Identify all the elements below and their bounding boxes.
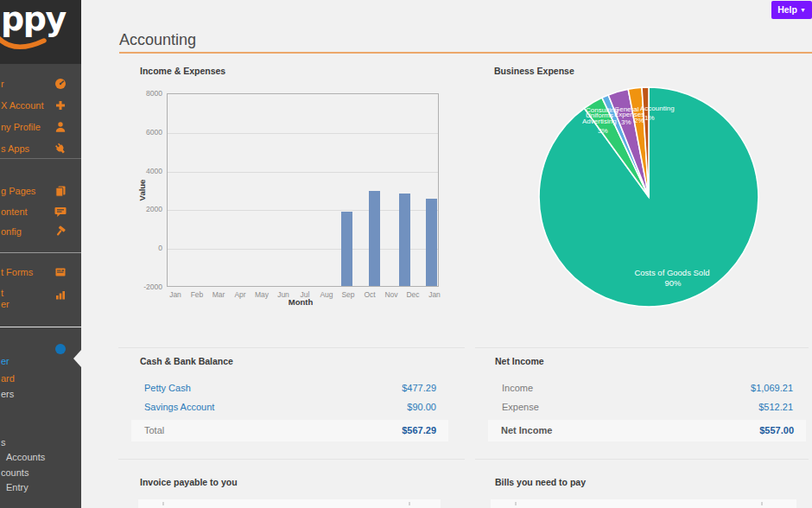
- pie-main-slice-label: Costs of Goods Sold: [620, 269, 724, 276]
- sidebar-item-users[interactable]: ers: [1, 388, 14, 400]
- bills-table: [491, 499, 796, 508]
- hammer-icon[interactable]: [54, 225, 67, 238]
- section-divider-left-top: [118, 347, 465, 348]
- pages-icon[interactable]: [54, 185, 67, 197]
- net-income-total-label: Net Income: [501, 425, 552, 435]
- invoice-table-mark-1: [162, 502, 164, 505]
- petty-cash-value: $477.29: [328, 382, 436, 394]
- gridline: [168, 172, 438, 173]
- cash-bank-heading: Cash & Bank Balance: [140, 356, 233, 366]
- person-icon[interactable]: [54, 121, 67, 133]
- net-income-total-value: $557.00: [759, 425, 794, 435]
- y-tick-label: 0: [128, 244, 162, 252]
- logo-graphic: ppy: [0, 0, 81, 64]
- x-axis-title: Month: [275, 297, 327, 307]
- sidebar-item-builder[interactable]: r: [1, 78, 4, 90]
- gridline: [168, 133, 438, 134]
- sidebar-item-report-line2[interactable]: er: [1, 298, 10, 310]
- section-divider-right-bottom: [475, 459, 809, 460]
- invoice-table: [138, 499, 441, 508]
- savings-account-value: $90.00: [328, 401, 436, 413]
- comment-icon[interactable]: [54, 206, 67, 218]
- selected-item-arrow: [73, 350, 81, 367]
- sidebar-item-accounts-1[interactable]: Accounts: [6, 451, 45, 463]
- cash-bank-total-label: Total: [144, 425, 164, 435]
- sidebar-item-landing-pages[interactable]: g Pages: [1, 185, 35, 197]
- sidebar-item-dashboard[interactable]: ard: [1, 372, 15, 384]
- income-value: $1,069.21: [674, 382, 793, 394]
- y-tick-label: 6000: [128, 128, 162, 137]
- sidebar-item-items-s[interactable]: s: [1, 436, 6, 448]
- x-tick-label: Apr: [229, 290, 251, 299]
- y-axis-title: Value: [137, 173, 146, 207]
- pie-overlay-label: 1%: [644, 114, 655, 122]
- savings-account-link[interactable]: Savings Account: [144, 401, 214, 413]
- app-logo[interactable]: ppy: [0, 0, 81, 64]
- x-tick-label: Jan: [423, 290, 446, 299]
- bills-heading: Bills you need to pay: [495, 477, 586, 487]
- cash-bank-total-row: Total $567.29: [131, 420, 448, 441]
- bills-table-mark-2: [761, 502, 763, 505]
- help-button[interactable]: Help ▼: [771, 1, 812, 19]
- pie-main-slice-pct: 90%: [656, 279, 690, 287]
- help-label: Help: [777, 4, 797, 15]
- gauge-icon[interactable]: [54, 78, 67, 90]
- sidebar-item-apps[interactable]: s Apps: [1, 143, 29, 155]
- svg-text:ppy: ppy: [1, 0, 67, 38]
- sidebar-item-config[interactable]: onfig: [1, 225, 22, 238]
- expense-value: $512.21: [674, 401, 793, 413]
- petty-cash-link[interactable]: Petty Cash: [144, 382, 191, 394]
- bar-oct: [369, 191, 380, 286]
- x-tick-label: May: [251, 290, 273, 299]
- pie-overlay-label: 3%: [621, 118, 631, 126]
- caret-down-icon: ▼: [800, 7, 806, 13]
- gridline: [168, 249, 438, 250]
- section-divider-left-bottom: [118, 459, 465, 460]
- y-tick-label: -2000: [128, 283, 162, 291]
- sidebar-item-accounts-2[interactable]: counts: [1, 467, 29, 479]
- sidebar-divider-2: [0, 252, 81, 253]
- sidebar-item-forms[interactable]: t Forms: [1, 266, 33, 278]
- pie-overlay-label: 3%: [598, 127, 608, 135]
- sidebar: ppy rX Accountny Profiles Appsg Pagesont…: [0, 0, 81, 508]
- expense-label: Expense: [502, 401, 539, 413]
- section-divider-right-top: [475, 347, 809, 348]
- net-income-total-row: Net Income $557.00: [488, 420, 806, 441]
- page-title: Accounting: [119, 31, 196, 49]
- x-tick-label: Mar: [207, 290, 230, 299]
- x-tick-label: Feb: [186, 290, 208, 299]
- pie-overlay-label: Accounting: [640, 105, 675, 112]
- bills-table-mark-1: [515, 502, 517, 505]
- x-tick-label: Oct: [358, 290, 381, 299]
- x-tick-label: Nov: [380, 290, 403, 299]
- income-label: Income: [502, 382, 533, 394]
- bars-icon[interactable]: [54, 289, 67, 301]
- sidebar-item-report-line1[interactable]: t: [1, 287, 3, 299]
- bar-jan: [426, 199, 437, 286]
- sidebar-item-ledger[interactable]: er: [1, 355, 10, 367]
- invoice-table-mark-2: [409, 502, 410, 505]
- pie-overlay-label: Advertising: [582, 117, 617, 125]
- plug-icon[interactable]: [54, 143, 67, 155]
- income-expenses-plot: [167, 93, 439, 287]
- title-underline: [119, 52, 812, 54]
- gridline: [168, 210, 438, 211]
- bar-sep: [341, 212, 352, 286]
- pie-overlay-label: 2%: [634, 117, 644, 124]
- circle-icon[interactable]: [54, 343, 67, 355]
- sidebar-divider-1: [0, 158, 81, 159]
- x-tick-label: Sep: [337, 290, 359, 299]
- invoice-heading: Invoice payable to you: [140, 477, 238, 487]
- sidebar-item-entry[interactable]: Entry: [6, 481, 29, 493]
- x-tick-label: Dec: [402, 290, 424, 299]
- x-tick-label: Jan: [164, 290, 187, 299]
- sidebar-item-x-account[interactable]: X Account: [1, 99, 44, 111]
- plus-icon[interactable]: [54, 99, 67, 111]
- bar-dec: [399, 194, 410, 287]
- sidebar-divider-3: [0, 327, 81, 327]
- income-expenses-heading: Income & Expenses: [140, 66, 225, 76]
- business-expense-heading: Business Expense: [494, 66, 574, 76]
- form-icon[interactable]: [54, 266, 67, 278]
- sidebar-item-content[interactable]: ontent: [1, 206, 28, 218]
- sidebar-item-company-profile[interactable]: ny Profile: [1, 121, 41, 133]
